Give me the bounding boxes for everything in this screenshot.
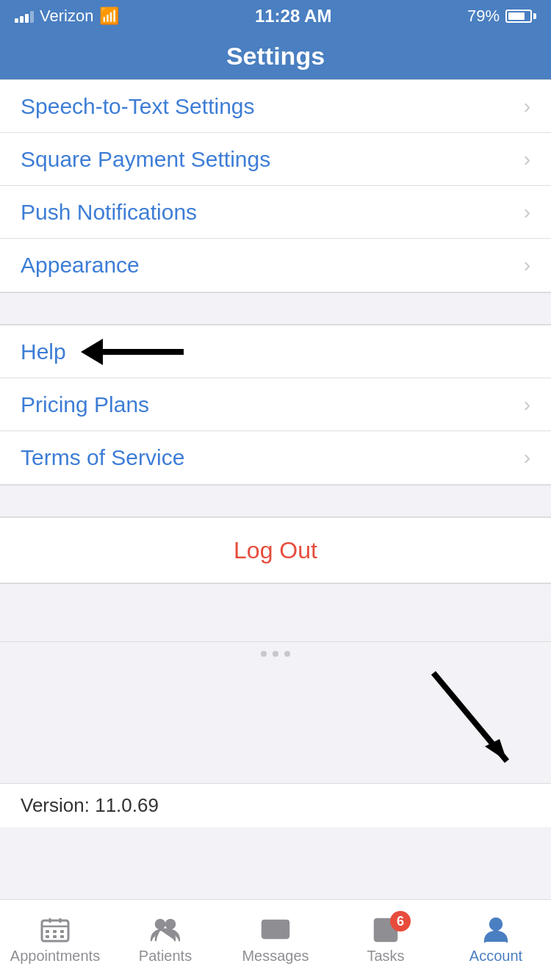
- logout-button[interactable]: Log Out: [0, 518, 551, 583]
- patients-icon: [148, 915, 183, 945]
- page-title: Settings: [226, 42, 325, 71]
- svg-point-12: [156, 920, 165, 929]
- account-icon: [478, 915, 514, 945]
- tab-tasks[interactable]: 6 Tasks: [331, 915, 441, 965]
- scroll-indicators: [0, 642, 551, 666]
- settings-section-1: Speech-to-Text Settings › Square Payment…: [0, 79, 551, 292]
- settings-item-push-notifications[interactable]: Push Notifications ›: [0, 186, 551, 239]
- svg-rect-7: [53, 930, 57, 933]
- status-right: 79%: [467, 7, 536, 26]
- scroll-dot-1: [261, 651, 267, 657]
- svg-rect-8: [60, 930, 64, 933]
- tasks-icon: 6: [368, 915, 403, 945]
- tasks-label: Tasks: [367, 948, 404, 965]
- svg-rect-6: [46, 930, 49, 933]
- svg-rect-10: [53, 935, 57, 938]
- settings-item-help[interactable]: Help: [0, 325, 551, 378]
- version-bar: Version: 11.0.69: [0, 783, 551, 827]
- chevron-icon: ›: [524, 201, 530, 224]
- settings-item-terms-of-service[interactable]: Terms of Service ›: [0, 431, 551, 484]
- version-label: Version: 11.0.69: [21, 794, 159, 817]
- chevron-icon: ›: [524, 393, 530, 417]
- battery-percent: 79%: [467, 7, 500, 26]
- chevron-icon: ›: [524, 446, 530, 469]
- battery-icon: [505, 10, 536, 23]
- scroll-dot-3: [284, 651, 290, 657]
- svg-point-19: [500, 934, 505, 940]
- appointments-label: Appointments: [10, 948, 100, 965]
- wifi-icon: 📶: [99, 7, 119, 26]
- tab-appointments[interactable]: Appointments: [0, 915, 110, 965]
- svg-rect-9: [46, 935, 49, 938]
- account-label: Account: [469, 948, 522, 965]
- carrier-label: Verizon: [40, 7, 93, 26]
- tab-patients[interactable]: Patients: [110, 915, 220, 965]
- svg-point-18: [490, 918, 502, 930]
- svg-point-13: [166, 920, 175, 929]
- section-spacer-1: [0, 292, 551, 325]
- settings-item-square-payment[interactable]: Square Payment Settings ›: [0, 133, 551, 186]
- settings-section-2: Help Pricing Plans › Terms of Service ›: [0, 325, 551, 485]
- messages-icon: [258, 915, 293, 945]
- logout-section: Log Out: [0, 517, 551, 583]
- svg-rect-11: [60, 935, 64, 938]
- chevron-icon: ›: [524, 148, 530, 171]
- section-spacer-2: [0, 485, 551, 517]
- bottom-area: [0, 666, 551, 783]
- help-arrow-annotation: [81, 339, 184, 365]
- patients-label: Patients: [139, 948, 192, 965]
- tab-bar: Appointments Patients Messages: [0, 899, 551, 980]
- settings-item-speech-to-text[interactable]: Speech-to-Text Settings ›: [0, 80, 551, 133]
- account-arrow-annotation: [389, 666, 551, 783]
- status-left: Verizon 📶: [15, 7, 119, 26]
- tasks-badge: 6: [390, 911, 411, 932]
- tab-account[interactable]: Account: [441, 915, 551, 965]
- chevron-icon: ›: [524, 95, 530, 118]
- settings-item-appearance[interactable]: Appearance ›: [0, 239, 551, 292]
- page-header: Settings: [0, 32, 551, 79]
- chevron-icon: ›: [524, 253, 530, 277]
- messages-label: Messages: [242, 948, 309, 965]
- scroll-dot-2: [273, 651, 278, 657]
- signal-bars: [15, 10, 34, 23]
- help-row: Help: [21, 339, 184, 365]
- appointments-icon: [37, 915, 73, 945]
- section-spacer-3: [0, 583, 551, 642]
- settings-item-pricing-plans[interactable]: Pricing Plans ›: [0, 378, 551, 431]
- status-bar: Verizon 📶 11:28 AM 79%: [0, 0, 551, 32]
- time-label: 11:28 AM: [255, 6, 331, 26]
- tab-messages[interactable]: Messages: [220, 915, 331, 965]
